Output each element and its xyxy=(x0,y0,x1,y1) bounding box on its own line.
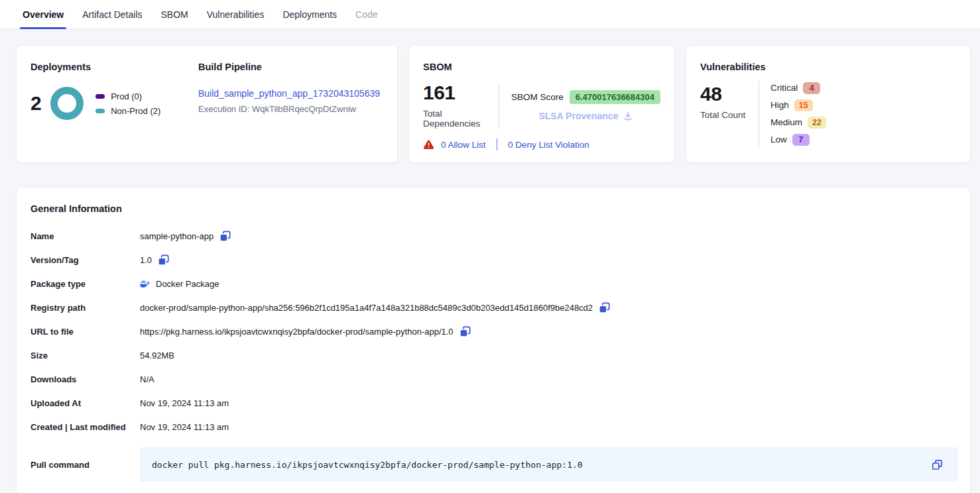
build-pipeline-section: Build Pipeline Build_sample_python_app_1… xyxy=(184,62,380,149)
severity-row-low: Low 7 xyxy=(770,133,826,146)
severity-count-badge: 4 xyxy=(803,82,820,94)
allow-list-link[interactable]: 0 Allow List xyxy=(441,140,486,150)
severity-label: Medium xyxy=(770,117,802,127)
info-label: Version/Tag xyxy=(31,255,140,265)
deployments-legend: Prod (0) Non-Prod (2) xyxy=(95,91,160,116)
info-label: Registry path xyxy=(31,303,140,313)
tab-code[interactable]: Code xyxy=(354,0,379,28)
vulnerabilities-total-count: 48 xyxy=(700,84,759,104)
severity-count-badge: 15 xyxy=(794,99,813,111)
tab-artifact-details[interactable]: Artifact Details xyxy=(81,0,143,28)
info-row-name: Name sample-python-app xyxy=(31,224,958,248)
severity-row-high: High 15 xyxy=(770,98,826,112)
sbom-total-stat: 161 Total Dependencies xyxy=(423,83,489,129)
info-row-created-modified: Created | Last modified Nov 19, 2024 11:… xyxy=(31,415,958,439)
artifact-name-value: sample-python-app xyxy=(140,231,214,241)
docker-whale-icon xyxy=(140,280,151,288)
general-information-card: General Information Name sample-python-a… xyxy=(16,187,971,493)
vulnerabilities-total-stat: 48 Total Count xyxy=(700,84,759,146)
deployments-card: Deployments 2 Prod (0) xyxy=(16,45,398,163)
legend-item-nonprod: Non-Prod (2) xyxy=(95,106,160,116)
downloads-value: N/A xyxy=(140,374,154,384)
pipeline-link[interactable]: Build_sample_python_app_1732043105639 xyxy=(198,88,380,99)
build-pipeline-title: Build Pipeline xyxy=(198,62,380,72)
general-information-title: General Information xyxy=(31,203,958,214)
artifact-overview-page: Overview Artifact Details SBOM Vulnerabi… xyxy=(0,0,980,493)
severity-label: High xyxy=(770,100,789,110)
summary-cards-row: Deployments 2 Prod (0) xyxy=(16,45,971,163)
info-row-downloads: Downloads N/A xyxy=(31,367,958,391)
info-row-uploaded-at: Uploaded At Nov 19, 2024 11:13 am xyxy=(31,391,958,415)
vertical-divider xyxy=(759,81,759,146)
vulnerabilities-title: Vulnerabilities xyxy=(700,62,956,72)
registry-path-value: docker-prod/sample-python-app/sha256:596… xyxy=(140,303,593,313)
info-row-size: Size 54.92MB xyxy=(31,343,958,367)
info-label: Pull command xyxy=(31,460,140,470)
info-label: URL to file xyxy=(31,327,140,337)
tab-overview[interactable]: Overview xyxy=(21,0,65,28)
legend-label-nonprod: Non-Prod (2) xyxy=(111,106,160,116)
main-content: Deployments 2 Prod (0) xyxy=(0,29,980,493)
version-tag-value: 1.0 xyxy=(140,255,152,265)
created-modified-value: Nov 19, 2024 11:13 am xyxy=(140,422,229,432)
vulnerabilities-total-label: Total Count xyxy=(700,110,759,120)
copy-icon[interactable] xyxy=(459,326,471,337)
url-to-file-value: https://pkg.harness.io/ikpsjoavtcwxnqisy… xyxy=(140,327,454,337)
info-label: Downloads xyxy=(31,374,140,384)
info-row-pull-command: Pull command docker pull pkg.harness.io/… xyxy=(31,447,958,482)
legend-label-prod: Prod (0) xyxy=(111,91,142,101)
deployments-donut-chart xyxy=(50,87,84,120)
pull-command-box: docker pull pkg.harness.io/ikpsjoavtcwxn… xyxy=(140,447,958,482)
sbom-total-label: Total Dependencies xyxy=(423,109,489,129)
deployments-section: Deployments 2 Prod (0) xyxy=(31,62,184,149)
sbom-score-badge: 6.470017636684304 xyxy=(570,90,660,104)
copy-outline-icon[interactable] xyxy=(931,459,944,471)
tab-sbom[interactable]: SBOM xyxy=(160,0,190,28)
severity-count-badge: 22 xyxy=(808,117,826,129)
info-row-version: Version/Tag 1.0 xyxy=(31,248,958,272)
info-label: Package type xyxy=(31,279,140,289)
severity-label: Low xyxy=(770,135,787,144)
severity-label: Critical xyxy=(770,83,798,93)
deployments-total-count: 2 xyxy=(31,93,41,113)
uploaded-at-value: Nov 19, 2024 11:13 am xyxy=(140,398,229,408)
vulnerabilities-card: Vulnerabilities 48 Total Count Critical … xyxy=(686,45,971,163)
copy-icon[interactable] xyxy=(158,254,169,266)
info-label: Name xyxy=(31,231,140,241)
prod-color-swatch xyxy=(95,94,105,99)
link-divider xyxy=(497,138,498,150)
pull-command-value: docker pull pkg.harness.io/ikpsjoavtcwxn… xyxy=(152,460,925,470)
sbom-title: SBOM xyxy=(423,62,660,72)
severity-row-medium: Medium 22 xyxy=(770,115,826,129)
slsa-provenance-label: SLSA Provenance xyxy=(538,111,618,121)
package-type-value: Docker Package xyxy=(156,279,219,289)
info-label: Created | Last modified xyxy=(31,422,140,432)
nonprod-color-swatch xyxy=(95,109,105,113)
legend-item-prod: Prod (0) xyxy=(95,91,160,101)
sbom-card: SBOM 161 Total Dependencies SBOM Score 6… xyxy=(408,45,675,163)
slsa-provenance-link[interactable]: SLSA Provenance xyxy=(511,111,660,121)
info-label: Size xyxy=(31,351,140,360)
copy-icon[interactable] xyxy=(219,231,231,242)
info-label: Uploaded At xyxy=(31,398,140,408)
info-row-url: URL to file https://pkg.harness.io/ikpsj… xyxy=(31,319,958,343)
severity-count-badge: 7 xyxy=(792,134,810,146)
execution-id: Execution ID: WqkTilbBRqecQrpDtZwniw xyxy=(198,104,380,114)
warning-triangle-icon xyxy=(423,140,434,150)
info-row-registry-path: Registry path docker-prod/sample-python-… xyxy=(31,296,958,319)
deployments-title: Deployments xyxy=(31,62,184,72)
severity-list: Critical 4 High 15 Medium 22 Low xyxy=(770,81,826,146)
tab-bar: Overview Artifact Details SBOM Vulnerabi… xyxy=(0,0,980,29)
sbom-total-count: 161 xyxy=(423,83,489,103)
size-value: 54.92MB xyxy=(140,351,174,360)
severity-row-critical: Critical 4 xyxy=(770,81,826,95)
tab-vulnerabilities[interactable]: Vulnerabilities xyxy=(206,0,266,28)
download-icon xyxy=(623,111,633,121)
sbom-score-label: SBOM Score xyxy=(511,92,564,102)
tab-deployments[interactable]: Deployments xyxy=(281,0,338,28)
deny-list-violation-link[interactable]: 0 Deny List Violation xyxy=(508,140,589,150)
info-row-package-type: Package type Docker Package xyxy=(31,272,958,296)
copy-icon[interactable] xyxy=(599,302,610,313)
